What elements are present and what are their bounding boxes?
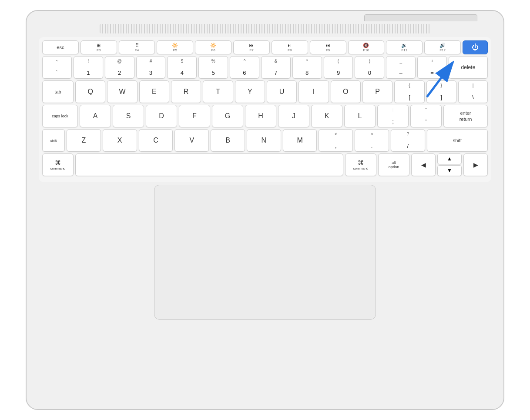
- key-period[interactable]: > .: [355, 129, 389, 152]
- key-o[interactable]: O: [331, 80, 361, 103]
- key-f8[interactable]: ⏯ F8: [272, 40, 308, 54]
- key-i[interactable]: I: [299, 80, 329, 103]
- key-f9[interactable]: ⏭ F9: [310, 40, 346, 54]
- key-r[interactable]: R: [171, 80, 201, 103]
- key-c[interactable]: C: [139, 129, 173, 152]
- key-2[interactable]: @ 2: [105, 56, 134, 79]
- key-f11[interactable]: 🔉 F11: [386, 40, 423, 54]
- key-b[interactable]: B: [211, 129, 245, 152]
- key-f7[interactable]: ⏮ F7: [233, 40, 270, 54]
- key-j[interactable]: J: [278, 105, 309, 127]
- key-delete[interactable]: delete: [449, 56, 488, 79]
- key-9[interactable]: ( 9: [324, 56, 353, 79]
- trackpad[interactable]: [154, 185, 376, 320]
- key-k[interactable]: K: [311, 105, 342, 127]
- key-f[interactable]: F: [179, 105, 210, 127]
- key-minus[interactable]: _ –: [386, 56, 416, 79]
- laptop-body: esc ⊞ F3 ⠿ F4 🔆 F5 🔆 F6 ⏮ F7: [26, 10, 504, 410]
- key-n[interactable]: N: [247, 129, 281, 152]
- key-y[interactable]: Y: [235, 80, 265, 103]
- key-v[interactable]: V: [174, 129, 209, 152]
- key-a[interactable]: A: [80, 105, 111, 127]
- key-t[interactable]: T: [203, 80, 233, 103]
- key-u[interactable]: U: [267, 80, 297, 103]
- key-caps-lock[interactable]: caps lock: [42, 105, 78, 127]
- key-x[interactable]: X: [103, 129, 137, 152]
- key-arrow-down[interactable]: ▼: [437, 165, 462, 176]
- key-z[interactable]: Z: [67, 129, 101, 152]
- laptop-hinge: [364, 14, 477, 21]
- key-m[interactable]: M: [283, 129, 317, 152]
- key-w[interactable]: W: [107, 80, 137, 103]
- key-right-bracket[interactable]: } ]: [426, 80, 456, 103]
- key-f6[interactable]: 🔆 F6: [195, 40, 231, 54]
- key-arrow-left[interactable]: ◀: [411, 153, 436, 176]
- key-backtick[interactable]: ~ `: [42, 56, 72, 79]
- key-5[interactable]: % 5: [198, 56, 228, 79]
- key-left-bracket[interactable]: { [: [394, 80, 424, 103]
- key-option[interactable]: alt option: [378, 153, 409, 176]
- key-7[interactable]: & 7: [261, 56, 291, 79]
- key-1[interactable]: ! 1: [74, 56, 103, 79]
- key-semicolon[interactable]: : ;: [377, 105, 409, 127]
- key-arrow-up[interactable]: ▲: [437, 153, 462, 164]
- key-esc[interactable]: esc: [42, 40, 79, 54]
- key-f5[interactable]: 🔆 F5: [157, 40, 193, 54]
- key-l[interactable]: L: [344, 105, 376, 127]
- qwerty-row: tab Q W E R T Y U I O P { [ } ] | \: [42, 80, 488, 103]
- mod-row: ⌘ command ⌘ command alt option ◀ ▲ ▼ ▶: [42, 153, 488, 176]
- arrow-up-down-group: ▲ ▼: [437, 153, 462, 176]
- key-g[interactable]: G: [212, 105, 243, 127]
- key-shift-left[interactable]: shift: [42, 129, 65, 152]
- key-quote[interactable]: " ': [410, 105, 442, 127]
- key-comma[interactable]: < ,: [319, 129, 353, 152]
- key-spacebar[interactable]: [75, 153, 343, 176]
- key-h[interactable]: H: [245, 105, 276, 127]
- key-shift-right[interactable]: shift: [427, 129, 488, 152]
- key-8[interactable]: * 8: [292, 56, 322, 79]
- num-row: ~ ` ! 1 @ 2 # 3 $ 4 % 5: [42, 56, 488, 79]
- key-enter[interactable]: enter return: [443, 105, 488, 127]
- keyboard-area: esc ⊞ F3 ⠿ F4 🔆 F5 🔆 F6 ⏮ F7: [39, 37, 491, 182]
- key-arrow-right[interactable]: ▶: [463, 153, 488, 176]
- trackpad-area: [154, 182, 376, 320]
- key-0[interactable]: ) 0: [355, 56, 384, 79]
- key-power[interactable]: ⏻: [463, 40, 488, 54]
- key-3[interactable]: # 3: [136, 56, 166, 79]
- key-f4[interactable]: ⠿ F4: [119, 40, 155, 54]
- home-row: caps lock A S D F G H J K L : ; " ' ente…: [42, 105, 488, 127]
- bottom-row: shift Z X C V B N M < , > . ? / shift: [42, 129, 488, 152]
- fn-row: esc ⊞ F3 ⠿ F4 🔆 F5 🔆 F6 ⏮ F7: [42, 40, 488, 54]
- key-f3[interactable]: ⊞ F3: [81, 40, 117, 54]
- key-backslash[interactable]: | \: [458, 80, 488, 103]
- speaker-grille: [100, 24, 430, 33]
- key-command-right[interactable]: ⌘ command: [345, 153, 376, 176]
- key-4[interactable]: $ 4: [167, 56, 197, 79]
- key-q[interactable]: Q: [75, 80, 105, 103]
- key-e[interactable]: E: [139, 80, 169, 103]
- key-f10[interactable]: 🔇 F10: [348, 40, 385, 54]
- key-equals[interactable]: + =: [417, 56, 447, 79]
- key-slash[interactable]: ? /: [391, 129, 425, 152]
- key-s[interactable]: S: [113, 105, 144, 127]
- key-d[interactable]: D: [146, 105, 177, 127]
- key-p[interactable]: P: [362, 80, 392, 103]
- key-command-left[interactable]: ⌘ command: [42, 153, 74, 176]
- key-tab[interactable]: tab: [42, 80, 74, 103]
- key-6[interactable]: ^ 6: [230, 56, 259, 79]
- key-f12[interactable]: 🔊 F12: [424, 40, 461, 54]
